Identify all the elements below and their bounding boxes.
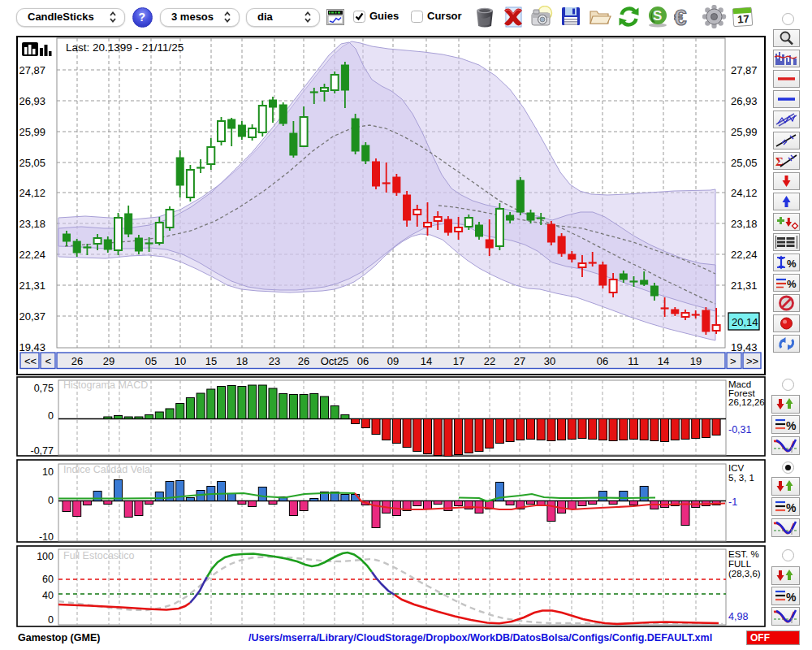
svg-text:60: 60 xyxy=(42,574,54,585)
svg-text:100: 100 xyxy=(37,551,54,562)
svg-text:Histograma MACD: Histograma MACD xyxy=(63,379,148,391)
svg-text:%: % xyxy=(786,419,797,432)
svg-text:FULL: FULL xyxy=(728,559,752,569)
svg-text:40: 40 xyxy=(42,590,54,601)
svg-text:(28,3,6): (28,3,6) xyxy=(728,569,761,578)
svg-text:-0,77: -0,77 xyxy=(31,445,54,457)
svg-text:EST. %: EST. % xyxy=(728,549,759,559)
svg-text:0: 0 xyxy=(48,614,54,626)
svg-text:-1: -1 xyxy=(728,496,737,508)
svg-text:0: 0 xyxy=(48,410,54,422)
svg-text:4,98: 4,98 xyxy=(728,611,748,622)
svg-text:-10: -10 xyxy=(39,531,54,543)
svg-text:-0,31: -0,31 xyxy=(728,424,752,436)
svg-text:0: 0 xyxy=(48,495,54,506)
svg-text:ICV: ICV xyxy=(728,463,745,473)
svg-text:Full Estocastico: Full Estocastico xyxy=(63,550,135,561)
svg-text:5, 3, 1: 5, 3, 1 xyxy=(728,473,754,483)
svg-text:%: % xyxy=(786,501,797,514)
svg-text:0,75: 0,75 xyxy=(34,383,54,394)
svg-text:%: % xyxy=(787,258,797,270)
svg-text:%: % xyxy=(786,591,797,604)
svg-text:26,12,26: 26,12,26 xyxy=(728,397,765,407)
svg-text:%: % xyxy=(787,278,797,290)
svg-text:Indice Calidad Vela: Indice Calidad Vela xyxy=(63,464,150,475)
svg-text:Σ: Σ xyxy=(775,155,784,168)
svg-text:10: 10 xyxy=(42,466,54,478)
